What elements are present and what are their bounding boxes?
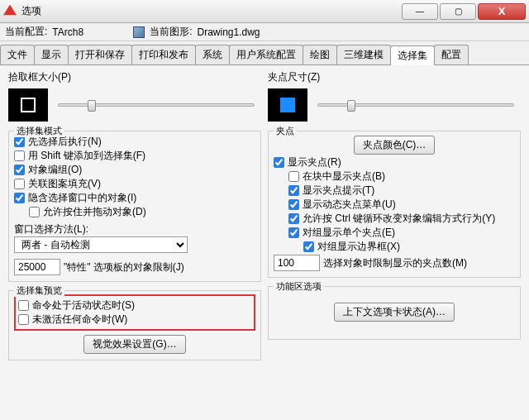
drawing-value: Drawing1.dwg xyxy=(197,26,260,38)
dyn-grip-menu-checkbox[interactable] xyxy=(288,199,299,210)
grip-tips-checkbox[interactable] xyxy=(288,185,299,196)
show-grip-checkbox[interactable] xyxy=(274,157,284,168)
ribbon-legend: 功能区选项 xyxy=(274,280,324,293)
shift-add-checkbox[interactable] xyxy=(14,150,25,161)
no-cmd-checkbox[interactable] xyxy=(18,314,29,325)
grip-size-label: 夹点尺寸(Z) xyxy=(268,70,521,84)
window-method-label: 窗口选择方法(L): xyxy=(14,222,255,236)
profile-label: 当前配置: xyxy=(5,25,47,39)
tab-display[interactable]: 显示 xyxy=(34,45,69,64)
grip-preview xyxy=(268,88,307,122)
ctrl-cycle-checkbox[interactable] xyxy=(288,213,299,224)
dyn-grip-menu-label: 显示动态夹点菜单(U) xyxy=(303,198,396,212)
noun-verb-checkbox[interactable] xyxy=(14,136,25,147)
selection-preview-group: 选择集预览 命令处于活动状态时(S) 未激活任何命令时(W) 视觉效果设置(G)… xyxy=(8,290,261,360)
grip-group: 夹点 夹点颜色(C)… 显示夹点(R) 在块中显示夹点(B) 显示夹点提示(T)… xyxy=(268,131,521,278)
pickbox-slider[interactable] xyxy=(58,103,255,107)
assoc-hatch-label: 关联图案填充(V) xyxy=(28,177,101,191)
tab-file[interactable]: 文件 xyxy=(0,45,35,64)
property-limit-label: "特性" 选项板的对象限制(J) xyxy=(64,260,184,274)
grip-limit-label: 选择对象时限制显示的夹点数(M) xyxy=(323,256,467,270)
tab-user-pref[interactable]: 用户系统配置 xyxy=(229,45,303,64)
visual-effect-button[interactable]: 视觉效果设置(G)… xyxy=(83,335,185,354)
grip-in-block-checkbox[interactable] xyxy=(288,171,299,182)
press-drag-checkbox[interactable] xyxy=(29,207,40,217)
implied-window-checkbox[interactable] xyxy=(14,193,25,203)
window-method-select[interactable]: 两者 - 自动检测 xyxy=(14,236,188,253)
tab-profiles[interactable]: 配置 xyxy=(434,45,469,64)
cmd-active-label: 命令处于活动状态时(S) xyxy=(32,298,135,313)
grip-limit-input[interactable] xyxy=(274,255,320,271)
group-single-grip-checkbox[interactable] xyxy=(288,227,299,238)
implied-window-label: 隐含选择窗口中的对象(I) xyxy=(28,191,136,205)
selection-mode-legend: 选择集模式 xyxy=(14,125,64,137)
tab-system[interactable]: 系统 xyxy=(195,45,230,64)
tab-draft[interactable]: 绘图 xyxy=(303,45,337,64)
grip-color-button[interactable]: 夹点颜色(C)… xyxy=(354,136,436,155)
object-group-label: 对象编组(O) xyxy=(28,163,82,177)
tab-selection[interactable]: 选择集 xyxy=(390,45,435,65)
pickbox-size-label: 拾取框大小(P) xyxy=(8,70,261,84)
maximize-button[interactable]: ▢ xyxy=(440,3,476,20)
window-title: 选项 xyxy=(21,4,402,18)
grip-legend: 夹点 xyxy=(274,125,297,137)
no-cmd-label: 未激活任何命令时(W) xyxy=(32,313,127,327)
assoc-hatch-checkbox[interactable] xyxy=(14,179,25,189)
ribbon-group: 功能区选项 上下文选项卡状态(A)… xyxy=(268,286,521,340)
object-group-checkbox[interactable] xyxy=(14,165,25,175)
property-limit-input[interactable] xyxy=(14,259,60,275)
grip-slider[interactable] xyxy=(317,103,514,107)
cmd-active-checkbox[interactable] xyxy=(18,300,29,311)
pickbox-preview xyxy=(8,88,48,122)
drawing-icon xyxy=(133,26,145,38)
press-drag-label: 允许按住并拖动对象(D) xyxy=(43,205,146,219)
titlebar: 选项 — ▢ X xyxy=(0,0,529,23)
group-single-grip-label: 对组显示单个夹点(E) xyxy=(303,226,395,240)
group-bbox-checkbox[interactable] xyxy=(303,241,314,252)
tab-strip: 文件 显示 打开和保存 打印和发布 系统 用户系统配置 绘图 三维建模 选择集 … xyxy=(0,41,529,65)
autocad-icon xyxy=(3,5,17,18)
minimize-button[interactable]: — xyxy=(402,3,438,20)
highlight-box: 命令处于活动状态时(S) 未激活任何命令时(W) xyxy=(14,294,255,331)
info-bar: 当前配置: TArch8 当前图形: Drawing1.dwg xyxy=(0,23,529,41)
tab-3d[interactable]: 三维建模 xyxy=(336,45,391,64)
ctrl-cycle-label: 允许按 Ctrl 键循环改变对象编辑方式行为(Y) xyxy=(303,212,495,226)
shift-add-label: 用 Shift 键添加到选择集(F) xyxy=(28,149,145,163)
close-button[interactable]: X xyxy=(478,3,526,20)
profile-value: TArch8 xyxy=(52,26,83,38)
selection-mode-group: 选择集模式 先选择后执行(N) 用 Shift 键添加到选择集(F) 对象编组(… xyxy=(8,131,261,282)
drawing-label: 当前图形: xyxy=(150,25,192,39)
grip-in-block-label: 在块中显示夹点(B) xyxy=(303,169,385,184)
grip-tips-label: 显示夹点提示(T) xyxy=(303,184,374,198)
group-bbox-label: 对组显示边界框(X) xyxy=(317,240,400,254)
context-tab-button[interactable]: 上下文选项卡状态(A)… xyxy=(334,303,455,322)
selection-preview-legend: 选择集预览 xyxy=(14,284,64,297)
tab-plot[interactable]: 打印和发布 xyxy=(131,45,196,64)
tab-open-save[interactable]: 打开和保存 xyxy=(68,45,132,64)
show-grip-label: 显示夹点(R) xyxy=(288,155,341,169)
